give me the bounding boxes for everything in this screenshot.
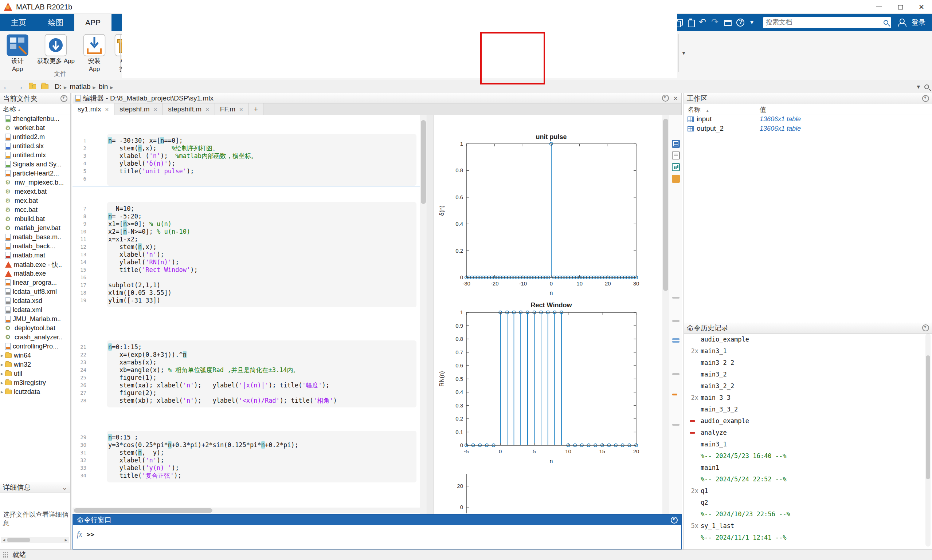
scrollbar-thumb[interactable] <box>7 538 30 542</box>
file-item[interactable]: m3iregistry <box>0 378 70 388</box>
history-item[interactable]: 2xmain_3_3 <box>684 392 932 403</box>
ribbon-button-获取更多 App[interactable]: 获取更多 App <box>34 34 78 72</box>
panel-menu-icon[interactable] <box>671 517 678 524</box>
editor-tab-stepshift.m[interactable]: stepshift.m <box>163 103 215 115</box>
output-marker[interactable] <box>672 373 679 375</box>
file-item[interactable]: matlab_back... <box>0 242 70 251</box>
editor-output-splitter[interactable] <box>427 115 434 514</box>
code-line[interactable]: 4 ylabel('δ(n)'); <box>72 160 420 168</box>
dropdown-icon[interactable] <box>747 17 759 28</box>
file-item[interactable]: util <box>0 369 70 378</box>
history-timestamp[interactable]: %-- 2024/5/24 22:52 --% <box>684 473 932 485</box>
file-item[interactable]: mcc.bat <box>0 205 70 214</box>
history-scrollbar[interactable] <box>926 334 930 546</box>
expand-icon[interactable] <box>1 360 3 368</box>
scroll-right-icon[interactable] <box>63 538 69 542</box>
browse-folder-icon[interactable] <box>41 84 48 89</box>
back-icon[interactable] <box>3 80 11 93</box>
editor-tab-sy1.mlx[interactable]: sy1.mlx <box>72 103 114 115</box>
code-line[interactable]: 22 x=(exp(0.8+3j)).^n <box>72 351 420 358</box>
history-item[interactable]: 5xsy_1_last <box>684 520 932 532</box>
output-marker[interactable] <box>672 297 679 298</box>
file-item[interactable]: crash_analyzer.. <box>0 333 70 342</box>
code-line[interactable]: 13 xlabel('n'); <box>72 251 420 258</box>
history-item[interactable]: main3_1 <box>684 438 932 450</box>
editor-close-icon[interactable] <box>669 94 678 102</box>
file-item[interactable]: zhengtaifenbu... <box>0 114 70 123</box>
figure-icon[interactable] <box>672 163 680 171</box>
history-timestamp[interactable]: %-- 2024/11/1 12:41 --% <box>684 532 932 543</box>
file-item[interactable]: matlab_base.m.. <box>0 233 70 242</box>
file-item[interactable]: lcdata.xsd <box>0 296 70 306</box>
file-item[interactable]: mbuild.bat <box>0 214 70 223</box>
undo-icon[interactable] <box>697 17 709 28</box>
command-input-area[interactable]: fx >> <box>73 525 681 544</box>
file-item[interactable]: JMU_Marlab.m.. <box>0 315 70 324</box>
doc-search-box[interactable] <box>763 17 891 28</box>
panel-menu-icon[interactable] <box>60 95 68 102</box>
address-search-icon[interactable] <box>924 85 929 89</box>
history-item[interactable]: q2 <box>684 497 932 508</box>
code-line[interactable]: 30y=3*cos(0.25*pi*n+0.3*pi)+2*sin(0.125*… <box>72 441 420 449</box>
file-item[interactable]: worker.bat <box>0 123 70 132</box>
file-item[interactable]: matlab.exe <box>0 269 70 278</box>
doc-search-input[interactable] <box>766 18 884 26</box>
search-icon[interactable] <box>884 20 888 25</box>
sign-in-link[interactable]: 登录 <box>912 18 926 27</box>
code-line[interactable]: 10x2=[n-N>=0]; % u(n-10) <box>72 228 420 235</box>
address-dropdown-icon[interactable] <box>917 83 920 91</box>
output-marker[interactable] <box>672 424 679 426</box>
ribbon-button-安装App[interactable]: 安装App <box>80 34 109 72</box>
forward-icon[interactable] <box>16 80 24 93</box>
scroll-left-icon[interactable] <box>1 538 7 542</box>
new-tab-button[interactable]: + <box>249 103 263 115</box>
file-item[interactable]: untitled.slx <box>0 142 70 151</box>
code-line[interactable]: 29n=0:15 ; <box>72 434 420 441</box>
output-plot-rect-window[interactable]: Rect Window-50510152000.10.20.30.40.50.6… <box>434 302 662 471</box>
scrollbar-thumb[interactable] <box>926 355 930 479</box>
history-item[interactable]: main3_2_2 <box>684 357 932 368</box>
breadcrumb-segment[interactable]: matlab <box>69 83 90 91</box>
history-timestamp[interactable]: %-- 2024/10/23 22:56 --% <box>684 508 932 520</box>
up-folder-icon[interactable] <box>29 84 36 89</box>
code-line[interactable]: 25 figure(1); <box>72 374 420 382</box>
file-item[interactable]: deploytool.bat <box>0 324 70 333</box>
code-line[interactable]: 28 stem(xb); xlabel('n'); ylabel('<x(n)/… <box>72 397 420 405</box>
code-line[interactable]: 24 xb=angle(x); % 相角单位弧度Rad ,并且是简化在±3.14… <box>72 366 420 374</box>
breadcrumb-segment[interactable]: bin <box>99 83 108 91</box>
redo-icon[interactable] <box>710 17 721 28</box>
history-item[interactable]: 2xq1 <box>684 485 932 497</box>
breadcrumb-segment[interactable]: D: <box>55 83 62 91</box>
scrollbar-thumb[interactable] <box>74 508 213 513</box>
expand-icon[interactable] <box>1 369 3 377</box>
ribbon-button-设计App[interactable]: 设计App <box>3 34 32 72</box>
gallery-expand-button[interactable] <box>678 34 689 72</box>
scrollbar-thumb[interactable] <box>421 120 426 204</box>
ribbon-tab-主页[interactable]: 主页 <box>0 14 37 31</box>
output-scrollbar[interactable] <box>662 115 669 514</box>
output-marker[interactable] <box>672 394 677 395</box>
code-line[interactable]: 14 ylabel('RN(n)'); <box>72 258 420 266</box>
code-line[interactable]: 6 <box>72 175 420 183</box>
file-item[interactable]: particleHeart2... <box>0 169 70 178</box>
help-icon[interactable] <box>735 17 746 28</box>
editor-scrollbar[interactable] <box>420 115 427 514</box>
history-item[interactable]: main3_2_2 <box>684 380 932 392</box>
workspace-variable-row[interactable]: input13606x1 table <box>684 114 932 124</box>
user-icon[interactable] <box>895 17 907 28</box>
file-item[interactable]: untitled.mlx <box>0 151 70 160</box>
history-item[interactable]: main3_2 <box>684 368 932 380</box>
code-line[interactable]: 5 title('unit pulse'); <box>72 168 420 175</box>
workspace-column-headers[interactable]: 名称 值 <box>684 104 932 114</box>
code-line[interactable]: 34 title('复合正弦'); <box>72 472 420 480</box>
code-line[interactable]: 17subplot(2,1,1) <box>72 282 420 289</box>
scrollbar-thumb[interactable] <box>663 119 668 291</box>
file-item[interactable]: matlab.mat <box>0 251 70 260</box>
editor-tab-stepshf.m[interactable]: stepshf.m <box>114 103 163 115</box>
code-line[interactable]: 23 xa=abs(x); <box>72 358 420 366</box>
code-line[interactable]: 18xlim([0.05 3.55]) <box>72 289 420 297</box>
warning-icon[interactable] <box>672 175 680 183</box>
ribbon-tab-APP[interactable]: APP <box>74 14 111 31</box>
file-item[interactable]: untitled2.m <box>0 132 70 142</box>
file-item[interactable]: mw_mpiexec.b... <box>0 178 70 187</box>
